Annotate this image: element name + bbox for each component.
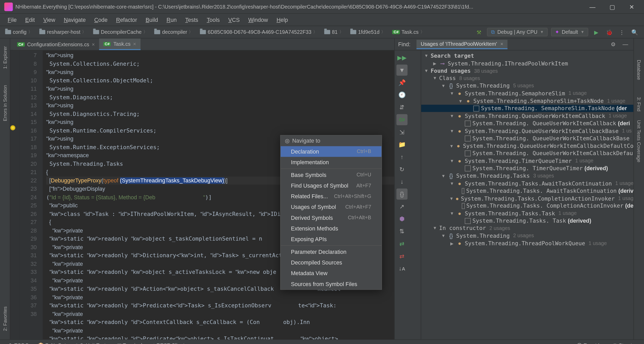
solution-config-combo[interactable]: ✦Default▼ [551,28,588,36]
tree-node[interactable]: ▼●System.Threading.QueueUserWorkItemCall… [421,142,634,150]
tree-node[interactable]: ▼●System.Threading.Tasks.CompletionActio… [421,194,634,202]
ctx-item[interactable]: Base SymbolsCtrl+U [281,170,381,180]
close-icon[interactable]: × [133,41,136,47]
ctx-item[interactable]: Implementation [281,157,381,168]
nuget-button[interactable]: 📦 7: NuGet [38,342,66,344]
cube-icon[interactable]: ⬢ [397,213,408,224]
tool-database[interactable]: Database [636,60,641,80]
usages-tree[interactable]: ▼Search target▶⊸System.Threading.IThread… [421,50,634,339]
tree-node[interactable]: System.Threading. TimerQueueTimer (deriv… [421,164,634,172]
tree-node[interactable]: ▼●System.Threading.QueueUserWorkItemCall… [421,127,634,135]
ctx-item[interactable]: Sources from Symbol Files [281,279,381,289]
expand-toggle[interactable]: ▼ [450,211,455,216]
ctx-item[interactable]: Related Files...Ctrl+Alt+Shift+G [281,191,381,202]
tree-node[interactable]: ▼●System.Threading.SemaphoreSlim+TaskNod… [421,97,634,105]
menu-build[interactable]: Build [141,16,162,24]
menu-code[interactable]: Code [90,16,112,24]
merge-icon[interactable]: ⇄ [397,238,408,249]
minimize-button[interactable]: — [587,1,599,12]
bulb-icon[interactable] [10,125,15,130]
tree-node[interactable]: ▶●System.Threading.ThreadPoolWorkQueue1 … [421,239,634,247]
terminal-button[interactable]: ▣ Terminal [117,342,142,344]
tree-node[interactable]: ▼Search target [421,52,634,59]
ctx-item[interactable]: Decompiled Sources [281,257,381,268]
tree-node[interactable]: ▼{}System.Threading5 usages [421,82,634,89]
menu-file[interactable]: File [3,16,21,24]
maximize-button[interactable]: ▢ [606,1,618,12]
event-log-button[interactable]: ◯ Event Log [576,342,607,344]
search-icon[interactable]: 🔍 [630,27,639,37]
expand-toggle[interactable]: ▼ [432,226,438,230]
tool-explorer[interactable]: 1: Explorer [2,46,8,69]
ctx-item[interactable]: Metadata View [281,268,381,279]
expand-toggle[interactable]: ▼ [432,76,438,80]
menu-navigate[interactable]: Navigate [59,16,90,24]
close-icon[interactable]: × [500,41,504,47]
recent-icon[interactable]: 🕘 [397,89,408,101]
tree-node[interactable]: System.Threading.Tasks. Task (derived) [421,217,634,224]
folder-icon[interactable]: 📁 [397,139,408,150]
tree-node[interactable]: System.Threading.Tasks. CompletionAction… [421,202,634,209]
ctx-item[interactable]: DeclarationCtrl+B [281,146,381,157]
checkbox[interactable] [465,165,471,171]
menu-tools[interactable]: Tools [203,16,224,24]
diff-icon[interactable]: ⇄ [397,250,408,262]
menu-refactor[interactable]: Refactor [112,16,142,24]
expand-toggle[interactable]: ▼ [450,91,455,96]
expand-toggle[interactable]: ▼ [424,68,429,73]
more-icon[interactable]: ⋮ [617,27,627,37]
tree-node[interactable]: ▼{}System.Threading.Tasks3 usages [421,172,634,180]
down-icon[interactable]: ↓ [397,176,408,187]
checkbox[interactable] [462,203,465,209]
run-icon[interactable]: ▶ [592,27,601,37]
tree-node[interactable]: ▼In constructor2 usages [421,224,634,232]
rerun-icon[interactable]: ▶▶ [397,52,408,63]
tree-node[interactable]: System.Threading. QueueUserWorkItemCallb… [421,120,634,127]
rest-client-button[interactable]: ⇄ REST Client [151,342,185,344]
checkbox[interactable] [465,150,471,156]
breadcrumb-item[interactable]: resharper-host〉 [36,29,90,35]
menu-view[interactable]: View [39,16,59,24]
todo-button[interactable]: ≡ 6: TODO [4,342,29,344]
tree-node[interactable]: ▼Found usages38 usages [421,67,634,74]
breadcrumb-item[interactable]: DecompilerCache〉 [90,29,151,35]
tree-node[interactable]: ▼●System.Threading.SemaphoreSlim1 usage [421,89,634,97]
collapse-icon[interactable]: ⇲ [397,127,408,138]
expand-toggle[interactable]: ▼ [441,233,446,238]
tree-node[interactable]: ▼●System.Threading.Tasks.AwaitTaskContin… [421,180,634,187]
checkbox[interactable] [465,120,471,126]
tree-node[interactable]: ▶⊸System.Threading.IThreadPoolWorkItem [421,59,634,67]
unit-tests-button[interactable]: ⊕ 8: Unit Tests [75,342,108,344]
hammer-icon[interactable]: ⚒ [474,27,484,37]
expand-toggle[interactable]: ▶ [432,61,438,65]
filter-icon[interactable]: ▼ [397,64,408,76]
menu-help[interactable]: Help [272,16,292,24]
tree-node[interactable]: ▼●System.Threading.QueueUserWorkItemCall… [421,112,634,120]
ctx-item[interactable]: Exposing APIs [281,234,381,244]
close-icon[interactable]: × [92,41,95,47]
breadcrumb-item[interactable]: config〉 [2,29,36,35]
editor-tab[interactable]: C#ConfigurationExtensions.cs× [13,38,99,50]
up-icon[interactable]: ↑ [397,151,408,162]
run-config-combo[interactable]: ⧉Debug | Any CPU▼ [487,28,548,36]
csharp-icon[interactable]: C# [397,114,408,125]
expand-toggle[interactable]: ▼ [424,54,429,58]
pin-icon[interactable]: 📌 [397,77,408,88]
menu-run[interactable]: Run [162,16,181,24]
breadcrumb-item[interactable]: 81〉 [321,29,347,35]
tree-node[interactable]: System.Threading. QueueUserWorkItemCallb… [421,135,634,142]
checkbox[interactable] [465,218,471,224]
tree-node[interactable]: System.Threading.Tasks. AwaitTaskContinu… [421,187,634,195]
refresh-icon[interactable]: ↻ [397,164,408,175]
debug-icon[interactable]: 🐞 [605,27,614,37]
editor-tab[interactable]: C#Task.cs× [99,38,140,50]
breadcrumb-item[interactable]: decompiler〉 [151,29,197,35]
gear-icon[interactable]: ⚙ [609,39,618,49]
tree-node[interactable]: ▼●System.Threading.TimerQueueTimer1 usag… [421,157,634,165]
tool-coverage[interactable]: Unit Tests Coverage [636,120,641,162]
menu-tests[interactable]: Tests [181,16,203,24]
expand-toggle[interactable]: ▼ [441,173,446,178]
sort2-icon[interactable]: ↓ᴀ [397,263,408,274]
tree-node[interactable]: System.Threading. SemaphoreSlim.TaskNode… [421,105,634,112]
expand-toggle[interactable]: ▼ [450,143,454,148]
